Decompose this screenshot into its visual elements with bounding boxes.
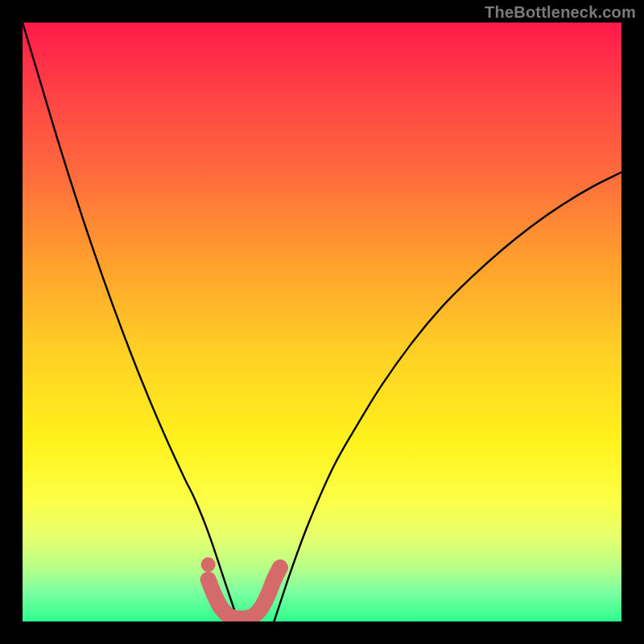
chart-plot-area — [23, 23, 621, 621]
marker-bar — [208, 568, 280, 618]
left-curve — [23, 23, 238, 621]
marker-dot — [201, 557, 216, 572]
right-curve — [274, 172, 621, 621]
chart-svg — [23, 23, 621, 621]
watermark-text: TheBottleneck.com — [485, 3, 636, 22]
